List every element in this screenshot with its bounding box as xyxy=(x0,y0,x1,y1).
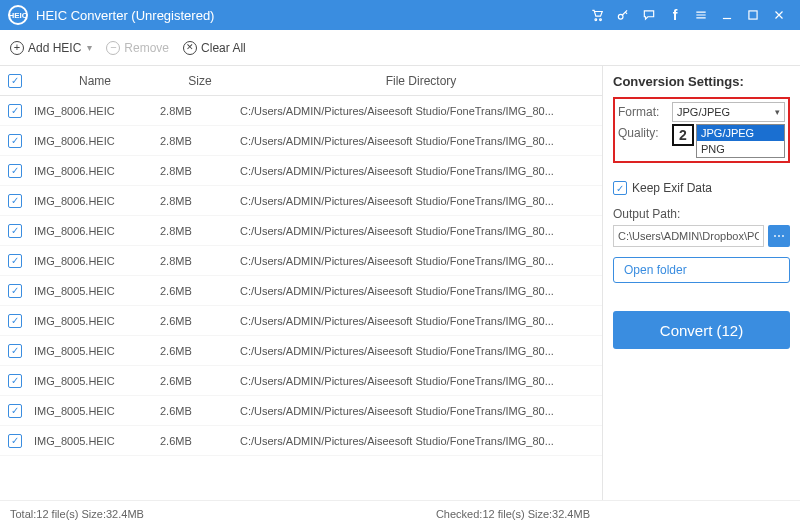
cell-dir: C:/Users/ADMIN/Pictures/Aiseesoft Studio… xyxy=(240,435,602,447)
x-circle-icon: ✕ xyxy=(183,41,197,55)
cell-name: IMG_8006.HEIC xyxy=(30,135,160,147)
row-checkbox[interactable]: ✓ xyxy=(8,134,22,148)
table-row[interactable]: ✓IMG_8006.HEIC2.8MBC:/Users/ADMIN/Pictur… xyxy=(0,186,602,216)
plus-icon: + xyxy=(10,41,24,55)
menu-icon[interactable] xyxy=(688,2,714,28)
chat-icon[interactable] xyxy=(636,2,662,28)
cell-dir: C:/Users/ADMIN/Pictures/Aiseesoft Studio… xyxy=(240,345,602,357)
add-heic-button[interactable]: + Add HEIC ▾ xyxy=(10,41,92,55)
row-checkbox[interactable]: ✓ xyxy=(8,254,22,268)
table-row[interactable]: ✓IMG_8006.HEIC2.8MBC:/Users/ADMIN/Pictur… xyxy=(0,156,602,186)
cell-dir: C:/Users/ADMIN/Pictures/Aiseesoft Studio… xyxy=(240,105,602,117)
col-dir[interactable]: File Directory xyxy=(240,74,602,88)
cell-name: IMG_8006.HEIC xyxy=(30,105,160,117)
table-row[interactable]: ✓IMG_8005.HEIC2.6MBC:/Users/ADMIN/Pictur… xyxy=(0,336,602,366)
status-bar: Total:12 file(s) Size:32.4MB Checked:12 … xyxy=(0,500,800,526)
cell-dir: C:/Users/ADMIN/Pictures/Aiseesoft Studio… xyxy=(240,285,602,297)
cell-dir: C:/Users/ADMIN/Pictures/Aiseesoft Studio… xyxy=(240,225,602,237)
key-icon[interactable] xyxy=(610,2,636,28)
svg-point-1 xyxy=(600,19,602,21)
table-row[interactable]: ✓IMG_8005.HEIC2.6MBC:/Users/ADMIN/Pictur… xyxy=(0,426,602,456)
cell-size: 2.6MB xyxy=(160,285,240,297)
cell-dir: C:/Users/ADMIN/Pictures/Aiseesoft Studio… xyxy=(240,165,602,177)
open-folder-button[interactable]: Open folder xyxy=(613,257,790,283)
remove-button: − Remove xyxy=(106,41,169,55)
output-path-input[interactable] xyxy=(613,225,764,247)
convert-button[interactable]: Convert (12) xyxy=(613,311,790,349)
remove-label: Remove xyxy=(124,41,169,55)
cell-dir: C:/Users/ADMIN/Pictures/Aiseesoft Studio… xyxy=(240,135,602,147)
table-row[interactable]: ✓IMG_8006.HEIC2.8MBC:/Users/ADMIN/Pictur… xyxy=(0,126,602,156)
cell-name: IMG_8006.HEIC xyxy=(30,225,160,237)
table-row[interactable]: ✓IMG_8005.HEIC2.6MBC:/Users/ADMIN/Pictur… xyxy=(0,366,602,396)
format-option-png[interactable]: PNG xyxy=(697,141,784,157)
cell-size: 2.8MB xyxy=(160,165,240,177)
chevron-down-icon: ▾ xyxy=(775,107,780,117)
row-checkbox[interactable]: ✓ xyxy=(8,224,22,238)
table-row[interactable]: ✓IMG_8005.HEIC2.6MBC:/Users/ADMIN/Pictur… xyxy=(0,306,602,336)
col-name[interactable]: Name xyxy=(30,74,160,88)
row-checkbox[interactable]: ✓ xyxy=(8,104,22,118)
maximize-icon[interactable] xyxy=(740,2,766,28)
cell-dir: C:/Users/ADMIN/Pictures/Aiseesoft Studio… xyxy=(240,315,602,327)
clear-all-label: Clear All xyxy=(201,41,246,55)
row-checkbox[interactable]: ✓ xyxy=(8,194,22,208)
table-row[interactable]: ✓IMG_8006.HEIC2.8MBC:/Users/ADMIN/Pictur… xyxy=(0,216,602,246)
status-total: Total:12 file(s) Size:32.4MB xyxy=(10,508,144,520)
format-option-jpg[interactable]: JPG/JPEG xyxy=(697,125,784,141)
row-checkbox[interactable]: ✓ xyxy=(8,434,22,448)
cell-dir: C:/Users/ADMIN/Pictures/Aiseesoft Studio… xyxy=(240,375,602,387)
format-select[interactable]: JPG/JPEG ▾ xyxy=(672,102,785,122)
cell-size: 2.8MB xyxy=(160,135,240,147)
browse-button[interactable]: ⋯ xyxy=(768,225,790,247)
svg-point-0 xyxy=(595,19,597,21)
format-highlight-box: Format: JPG/JPEG ▾ Quality: 2 JPG/JPEG P… xyxy=(613,97,790,163)
cell-name: IMG_8005.HEIC xyxy=(30,345,160,357)
svg-point-2 xyxy=(618,14,623,19)
toolbar: + Add HEIC ▾ − Remove ✕ Clear All xyxy=(0,30,800,66)
cell-dir: C:/Users/ADMIN/Pictures/Aiseesoft Studio… xyxy=(240,405,602,417)
cart-icon[interactable] xyxy=(584,2,610,28)
cell-name: IMG_8005.HEIC xyxy=(30,285,160,297)
format-dropdown[interactable]: JPG/JPEG PNG xyxy=(696,124,785,158)
table-row[interactable]: ✓IMG_8005.HEIC2.6MBC:/Users/ADMIN/Pictur… xyxy=(0,396,602,426)
table-row[interactable]: ✓IMG_8006.HEIC2.8MBC:/Users/ADMIN/Pictur… xyxy=(0,246,602,276)
close-icon[interactable] xyxy=(766,2,792,28)
cell-name: IMG_8006.HEIC xyxy=(30,195,160,207)
col-size[interactable]: Size xyxy=(160,74,240,88)
svg-rect-3 xyxy=(749,11,757,19)
format-label: Format: xyxy=(618,105,672,119)
minimize-icon[interactable] xyxy=(714,2,740,28)
table-header: ✓ Name Size File Directory xyxy=(0,66,602,96)
table-row[interactable]: ✓IMG_8005.HEIC2.6MBC:/Users/ADMIN/Pictur… xyxy=(0,276,602,306)
add-heic-label: Add HEIC xyxy=(28,41,81,55)
cell-size: 2.6MB xyxy=(160,315,240,327)
row-checkbox[interactable]: ✓ xyxy=(8,314,22,328)
row-checkbox[interactable]: ✓ xyxy=(8,404,22,418)
cell-name: IMG_8006.HEIC xyxy=(30,165,160,177)
select-all-checkbox[interactable]: ✓ xyxy=(8,74,22,88)
row-checkbox[interactable]: ✓ xyxy=(8,164,22,178)
cell-name: IMG_8006.HEIC xyxy=(30,255,160,267)
minus-icon: − xyxy=(106,41,120,55)
chevron-down-icon: ▾ xyxy=(87,42,92,53)
clear-all-button[interactable]: ✕ Clear All xyxy=(183,41,246,55)
cell-size: 2.6MB xyxy=(160,375,240,387)
settings-heading: Conversion Settings: xyxy=(613,74,790,89)
table-body: ✓IMG_8006.HEIC2.8MBC:/Users/ADMIN/Pictur… xyxy=(0,96,602,500)
row-checkbox[interactable]: ✓ xyxy=(8,374,22,388)
table-row[interactable]: ✓IMG_8006.HEIC2.8MBC:/Users/ADMIN/Pictur… xyxy=(0,96,602,126)
cell-size: 2.8MB xyxy=(160,195,240,207)
cell-size: 2.8MB xyxy=(160,225,240,237)
row-checkbox[interactable]: ✓ xyxy=(8,344,22,358)
facebook-icon[interactable]: f xyxy=(662,2,688,28)
format-selected: JPG/JPEG xyxy=(677,106,730,118)
keep-exif-label: Keep Exif Data xyxy=(632,181,712,195)
cell-name: IMG_8005.HEIC xyxy=(30,435,160,447)
keep-exif-row[interactable]: ✓ Keep Exif Data xyxy=(613,181,790,195)
cell-name: IMG_8005.HEIC xyxy=(30,375,160,387)
settings-panel: Conversion Settings: Format: JPG/JPEG ▾ … xyxy=(602,66,800,500)
keep-exif-checkbox[interactable]: ✓ xyxy=(613,181,627,195)
row-checkbox[interactable]: ✓ xyxy=(8,284,22,298)
cell-size: 2.8MB xyxy=(160,255,240,267)
